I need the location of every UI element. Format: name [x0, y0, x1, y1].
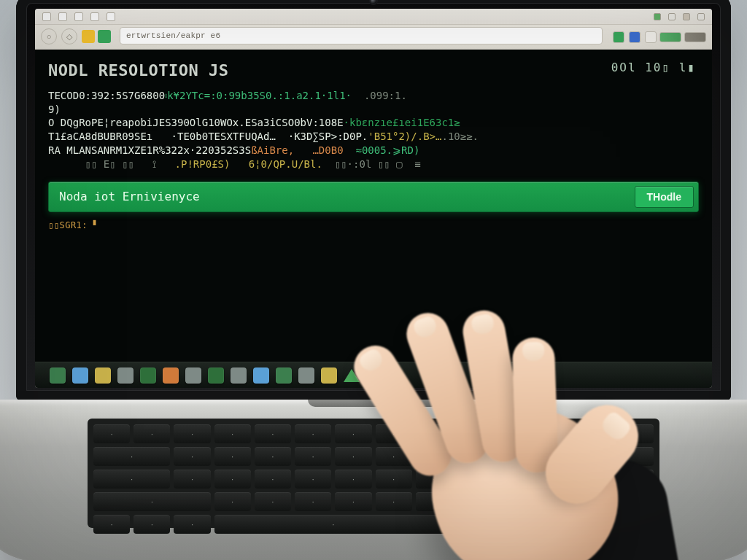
status-indicator-icon: [697, 13, 705, 20]
menubar-icon: [74, 12, 83, 21]
dock-app-icon[interactable]: [344, 369, 360, 382]
screen: ○ ◇ ertwrtsien/eakpr e6 NODl RESOlOtION …: [35, 9, 712, 388]
terminal-title: NODl RESOlOtION JS: [48, 60, 699, 82]
toolbar-pill-icon[interactable]: [684, 32, 706, 42]
dock-app-icon[interactable]: [95, 368, 111, 384]
diamond-icon: ◇: [66, 32, 72, 42]
tab-favicon-icon[interactable]: [98, 30, 111, 43]
dock-app-icon[interactable]: [140, 368, 156, 384]
dock-app-icon[interactable]: [50, 368, 66, 384]
terminal-window: NODl RESOlOtION JS 0Ol 10▯ l▮ TECOD0:392…: [35, 50, 712, 362]
status-indicator-icon: [683, 13, 690, 20]
nav-back-button[interactable]: ○: [41, 28, 57, 44]
browser-toolbar: ○ ◇ ertwrtsien/eakpr e6: [35, 25, 712, 50]
dock-app-icon[interactable]: [276, 368, 292, 384]
dock-app-icon[interactable]: [298, 368, 314, 384]
laptop-hinge: [308, 400, 439, 407]
dock-app-icon[interactable]: [321, 368, 337, 384]
dock-app-icon[interactable]: [185, 368, 201, 384]
submit-button[interactable]: THodle: [635, 186, 694, 208]
terminal-line: TECOD0:392:5S7G6800⦂k¥2YTc=:0:99b35S0.:1…: [48, 89, 699, 103]
dock-app-icon[interactable]: [72, 368, 88, 384]
extension-icon[interactable]: [645, 31, 657, 43]
menubar-icon: [58, 12, 67, 21]
address-text: ertwrtsien/eakpr e6: [126, 31, 220, 40]
terminal-line: T1£aCA8dBUBR09SEı ·TE0b0TESXTFUQAd… ·K3D…: [48, 130, 699, 144]
keyboard: [88, 419, 659, 528]
tab-favicon-icon[interactable]: [82, 30, 95, 43]
terminal-status: 0Ol 10▯ l▮: [611, 60, 696, 76]
status-indicator-icon: [654, 13, 661, 20]
menubar-icon: [42, 12, 51, 21]
os-menubar: [35, 9, 712, 25]
menubar-icon: [107, 12, 115, 21]
nav-forward-button[interactable]: ◇: [61, 28, 77, 44]
dock-app-icon[interactable]: [231, 368, 247, 384]
command-input[interactable]: [59, 189, 635, 205]
dock-app-icon[interactable]: [117, 368, 133, 384]
status-indicator-icon: [668, 13, 676, 20]
terminal-line: O DQgRoPE¦reapobiJES390OlG10WOx.ESa3iCSO…: [48, 116, 699, 130]
webcam: [371, 0, 376, 4]
terminal-line: ▯▯SGR1: ▘: [48, 219, 699, 231]
circle-icon: ○: [47, 32, 52, 41]
extension-icon[interactable]: [613, 31, 624, 43]
toolbar-pill-icon[interactable]: [659, 32, 681, 42]
dock-app-icon[interactable]: [163, 368, 179, 384]
address-bar[interactable]: ertwrtsien/eakpr e6: [120, 27, 603, 44]
menubar-icon: [90, 12, 99, 21]
dock-app-icon[interactable]: [253, 368, 269, 384]
terminal-line: ▯▯ E▯ ▯▯ ⟟ .P!RP0£S) 6¦0/QP.U/Bl. ▯▯·:0l…: [48, 158, 699, 171]
terminal-line: 9): [48, 103, 699, 117]
extension-icon[interactable]: [629, 31, 640, 43]
command-prompt-bar: THodle: [48, 182, 699, 212]
dock-app-icon[interactable]: [366, 368, 382, 384]
taskbar: [35, 362, 712, 388]
dock-app-icon[interactable]: [208, 368, 224, 384]
laptop-frame: ○ ◇ ertwrtsien/eakpr e6 NODl RESOlOtION …: [16, 0, 731, 401]
terminal-line: RA MLANSANRM1XZE1R%322x·220352S3SßAiBre,…: [48, 144, 699, 158]
